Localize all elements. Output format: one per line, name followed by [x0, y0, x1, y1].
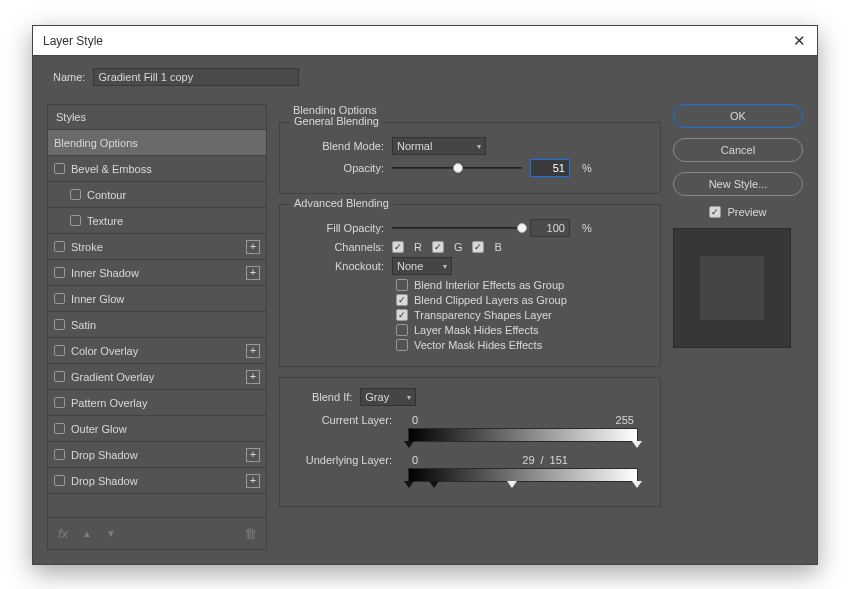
- style-checkbox[interactable]: [54, 423, 65, 434]
- sidebar-item[interactable]: Inner Glow: [48, 286, 266, 312]
- name-area: Name:: [33, 56, 817, 92]
- layer-style-dialog: Layer Style ✕ Name: Styles Blending Opti…: [32, 25, 818, 565]
- close-icon[interactable]: ✕: [791, 33, 807, 49]
- sidebar-item[interactable]: Texture: [48, 208, 266, 234]
- sidebar-item[interactable]: Bevel & Emboss: [48, 156, 266, 182]
- opacity-label: Opacity:: [292, 162, 384, 174]
- current-white-slider[interactable]: [632, 441, 642, 448]
- vector-mask-hides-checkbox[interactable]: [396, 339, 408, 351]
- blend-mode-select[interactable]: Normal ▾: [392, 137, 486, 155]
- add-effect-icon[interactable]: +: [246, 474, 260, 488]
- underlying-white-a-slider[interactable]: [429, 481, 439, 488]
- fill-opacity-slider-thumb[interactable]: [517, 223, 527, 233]
- sidebar-item[interactable]: Drop Shadow+: [48, 442, 266, 468]
- underlying-layer-ramp: Underlying Layer: 0 29 / 151: [302, 454, 638, 482]
- ok-button[interactable]: OK: [673, 104, 803, 128]
- opacity-slider-thumb[interactable]: [453, 163, 463, 173]
- trash-icon[interactable]: 🗑: [244, 527, 258, 541]
- chevron-down-icon: ▾: [407, 393, 411, 402]
- dialog-title: Layer Style: [43, 34, 103, 48]
- opacity-input[interactable]: [530, 159, 570, 177]
- sidebar-item-label: Bevel & Emboss: [71, 163, 152, 175]
- move-down-icon[interactable]: ▼: [104, 527, 118, 541]
- sidebar-item[interactable]: Color Overlay+: [48, 338, 266, 364]
- sidebar-item-label: Inner Shadow: [71, 267, 139, 279]
- style-checkbox[interactable]: [54, 371, 65, 382]
- fill-opacity-input[interactable]: [530, 219, 570, 237]
- channel-b-checkbox[interactable]: [472, 241, 484, 253]
- fill-opacity-slider[interactable]: [392, 227, 522, 229]
- chevron-down-icon: ▾: [477, 142, 481, 151]
- knockout-select[interactable]: None ▾: [392, 257, 452, 275]
- current-ramp-track[interactable]: [408, 428, 638, 442]
- sidebar-item[interactable]: Stroke+: [48, 234, 266, 260]
- sidebar-item[interactable]: Outer Glow: [48, 416, 266, 442]
- style-checkbox[interactable]: [70, 215, 81, 226]
- channel-r-checkbox[interactable]: [392, 241, 404, 253]
- add-effect-icon[interactable]: +: [246, 240, 260, 254]
- underlying-white-b-slider[interactable]: [507, 481, 517, 488]
- sidebar-item-label: Stroke: [71, 241, 103, 253]
- sidebar-item-label: Color Overlay: [71, 345, 138, 357]
- preview-label: Preview: [727, 206, 766, 218]
- style-checkbox[interactable]: [54, 345, 65, 356]
- sidebar-item-label: Outer Glow: [71, 423, 127, 435]
- style-checkbox[interactable]: [54, 449, 65, 460]
- layer-mask-hides-checkbox[interactable]: [396, 324, 408, 336]
- sidebar-item[interactable]: Inner Shadow+: [48, 260, 266, 286]
- style-checkbox[interactable]: [54, 397, 65, 408]
- sidebar-item-label: Drop Shadow: [71, 475, 138, 487]
- group-label-advanced: Advanced Blending: [290, 197, 393, 209]
- style-checkbox[interactable]: [54, 475, 65, 486]
- fill-opacity-label: Fill Opacity:: [292, 222, 384, 234]
- add-effect-icon[interactable]: +: [246, 370, 260, 384]
- name-label: Name:: [53, 71, 85, 83]
- sidebar-item[interactable]: Drop Shadow+: [48, 468, 266, 494]
- opacity-slider[interactable]: [392, 167, 522, 169]
- sidebar-item[interactable]: Contour: [48, 182, 266, 208]
- sidebar-item[interactable]: Satin: [48, 312, 266, 338]
- style-checkbox[interactable]: [54, 241, 65, 252]
- name-input[interactable]: [93, 68, 299, 86]
- current-layer-label: Current Layer:: [302, 414, 400, 426]
- options-panel: Blending Options General Blending Blend …: [279, 104, 661, 550]
- style-checkbox[interactable]: [54, 267, 65, 278]
- channels-label: Channels:: [292, 241, 384, 253]
- new-style-button[interactable]: New Style...: [673, 172, 803, 196]
- cancel-button[interactable]: Cancel: [673, 138, 803, 162]
- sidebar-item-label: Texture: [87, 215, 123, 227]
- blend-if-select[interactable]: Gray ▾: [360, 388, 416, 406]
- preview-checkbox[interactable]: [709, 206, 721, 218]
- style-checkbox[interactable]: [54, 319, 65, 330]
- sidebar-item[interactable]: Pattern Overlay: [48, 390, 266, 416]
- blend-interior-checkbox[interactable]: [396, 279, 408, 291]
- fx-icon[interactable]: fx: [56, 527, 70, 541]
- sidebar-item-label: Inner Glow: [71, 293, 124, 305]
- channel-g-checkbox[interactable]: [432, 241, 444, 253]
- sidebar-item[interactable]: Gradient Overlay+: [48, 364, 266, 390]
- sidebar-item[interactable]: Blending Options: [48, 130, 266, 156]
- chevron-down-icon: ▾: [443, 262, 447, 271]
- style-checkbox[interactable]: [70, 189, 81, 200]
- current-black-slider[interactable]: [404, 441, 414, 448]
- style-checkbox[interactable]: [54, 293, 65, 304]
- sidebar-item-label: Pattern Overlay: [71, 397, 147, 409]
- sidebar-item-label: Contour: [87, 189, 126, 201]
- sidebar-item-label: Blending Options: [54, 137, 138, 149]
- add-effect-icon[interactable]: +: [246, 266, 260, 280]
- add-effect-icon[interactable]: +: [246, 344, 260, 358]
- transparency-shapes-checkbox[interactable]: [396, 309, 408, 321]
- underlying-ramp-track[interactable]: [408, 468, 638, 482]
- sidebar-item-label: Drop Shadow: [71, 449, 138, 461]
- sidebar-item-label: Gradient Overlay: [71, 371, 154, 383]
- blend-clipped-checkbox[interactable]: [396, 294, 408, 306]
- blend-mode-label: Blend Mode:: [292, 140, 384, 152]
- styles-header[interactable]: Styles: [48, 105, 266, 130]
- styles-footer: fx ▲ ▼ 🗑: [48, 517, 266, 549]
- add-effect-icon[interactable]: +: [246, 448, 260, 462]
- underlying-layer-label: Underlying Layer:: [302, 454, 400, 466]
- underlying-white-slider[interactable]: [632, 481, 642, 488]
- style-checkbox[interactable]: [54, 163, 65, 174]
- move-up-icon[interactable]: ▲: [80, 527, 94, 541]
- underlying-black-slider[interactable]: [404, 481, 414, 488]
